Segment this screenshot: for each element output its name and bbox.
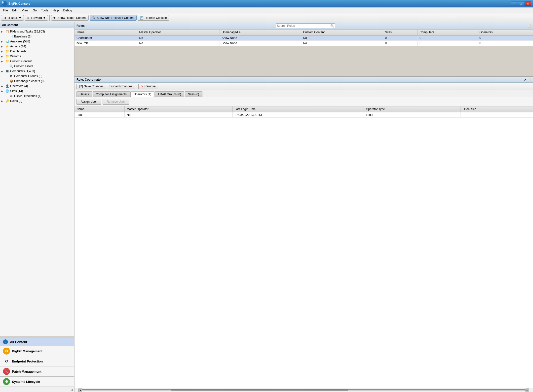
ldap-icon: 🗂 — [9, 94, 13, 98]
tree-label-baselines: Baselines (1) — [14, 35, 32, 38]
nav-endpoint-protection[interactable]: 🛡 Endpoint Protection — [0, 356, 74, 366]
tab-computer-assignments[interactable]: Computer Assignments — [93, 91, 130, 97]
menu-debug[interactable]: Debug — [61, 8, 74, 13]
tree-item-custom-content[interactable]: ▶ 📁 Custom Content — [0, 59, 74, 64]
roles-panel-header: Roles 🔍 ⬜ — [75, 22, 533, 30]
right-panel: Roles 🔍 ⬜ Name Master Operator Unmanaged… — [75, 22, 533, 392]
toolbar-separator-1 — [49, 15, 50, 21]
tree-item-unmanaged-assets[interactable]: 📦 Unmanaged Assets (0) — [0, 79, 74, 84]
actions-icon: ⚡ — [5, 44, 9, 48]
tree-item-baselines[interactable]: 📄 Baselines (1) — [0, 34, 74, 39]
patch-management-icon: 🔧 — [3, 368, 10, 375]
show-hidden-button[interactable]: 👁 Show Hidden Content — [51, 15, 89, 21]
tree-item-sites[interactable]: ▶ 🌐 Sites (14) — [0, 89, 74, 94]
tree-item-ldap-directories[interactable]: 🗂 LDAP Directories (1) — [0, 94, 74, 98]
roles-table: Name Master Operator Unmanaged A... Cust… — [75, 30, 533, 76]
tree-toggle[interactable]: ▶ — [1, 100, 5, 102]
op-row-name: Paul — [75, 112, 125, 118]
tree-toggle[interactable]: ▶ — [1, 70, 5, 73]
menu-edit[interactable]: Edit — [10, 8, 19, 13]
save-changes-button[interactable]: 💾 Save Changes — [76, 84, 106, 89]
tree-item-roles[interactable]: ▶ 🔑 Roles (2) — [0, 98, 74, 103]
roles-row-coordinator[interactable]: Coordinator No Show None No 0 0 0 — [75, 35, 533, 41]
search-box[interactable]: 🔍 — [276, 23, 335, 28]
maximize-button[interactable]: □ — [518, 1, 524, 6]
back-icon: ◄ — [3, 16, 6, 20]
remove-label: Remove — [145, 85, 156, 88]
show-non-relevant-button[interactable]: 🔍 Show Non-Relevant Content — [90, 15, 137, 21]
nav-systems-lifecycle[interactable]: ⚙ Systems Lifecycle — [0, 377, 74, 387]
remove-user-button[interactable]: Remove User — [103, 99, 129, 105]
forward-button[interactable]: ► Forward ▼ — [25, 15, 48, 21]
minimize-button[interactable]: ─ — [511, 1, 517, 6]
tree-toggle[interactable]: ▶ — [1, 60, 5, 63]
tree-toggle[interactable]: ▶ — [1, 50, 5, 53]
expand-more-icon[interactable]: » — [71, 388, 73, 392]
op-col-master-operator: Master Operator — [125, 106, 232, 112]
back-button[interactable]: ◄ ◄ Back ▼ — [1, 15, 24, 21]
discard-changes-button[interactable]: Discard Changes — [107, 84, 135, 89]
maximize-detail-icon[interactable]: ⬜ — [527, 78, 531, 81]
tab-details[interactable]: Details — [76, 91, 92, 97]
nav-systems-lifecycle-label: Systems Lifecycle — [12, 380, 40, 384]
tree-label-wizards: Wizards — [10, 55, 21, 58]
app-title: BigFix Console — [8, 2, 30, 5]
col-custom-content: Custom Content — [301, 30, 383, 35]
scroll-right-button[interactable]: ► — [526, 389, 529, 392]
tree-toggle[interactable]: ▶ — [1, 40, 5, 43]
remove-button[interactable]: ✕ Remove — [138, 84, 158, 89]
detail-panel: Role: Coordinator ↗ ⬜ 💾 Save Changes Dis… — [75, 77, 533, 392]
tab-ldap-groups[interactable]: LDAP Groups (0) — [155, 91, 184, 97]
col-master-operator: Master Operator — [137, 30, 220, 35]
tree-item-dashboards[interactable]: ▶ 📁 Dashboards — [0, 49, 74, 54]
refresh-button[interactable]: 🔄 Refresh Console — [138, 15, 169, 21]
roles-row-name: Coordinator — [75, 35, 137, 41]
tree-item-analyses[interactable]: ▶ 📊 Analyses (586) — [0, 39, 74, 44]
tree-toggle[interactable]: ▶ — [1, 55, 5, 58]
tree-item-custom-filters[interactable]: 🔍 Custom Filters — [0, 64, 74, 69]
tree-label-operators: Operators (4) — [10, 84, 28, 88]
close-button[interactable]: ✕ — [525, 1, 531, 6]
scroll-left-button[interactable]: ◄ — [78, 389, 82, 392]
menu-go[interactable]: Go — [31, 8, 39, 13]
tree-label-computers: Computers (1,433) — [10, 69, 35, 73]
search-roles-input[interactable] — [277, 24, 330, 28]
menu-view[interactable]: View — [20, 8, 30, 13]
back-dropdown-icon[interactable]: ▼ — [19, 16, 22, 20]
tree-toggle[interactable]: ▶ — [1, 45, 5, 48]
detach-icon[interactable]: ↗ — [524, 78, 526, 81]
forward-dropdown-icon[interactable]: ▼ — [43, 16, 46, 20]
maximize-roles-icon[interactable]: ⬜ — [527, 24, 531, 28]
scrollbar-thumb[interactable] — [171, 390, 348, 391]
nav-bigfix-management[interactable]: ⚙ BigFix Management — [0, 346, 74, 356]
horizontal-scrollbar: ◄ ► — [75, 388, 533, 392]
tree-item-fixlets[interactable]: ▶ 📋 Fixlets and Tasks (15,803) — [0, 29, 74, 34]
roles-row-new-role[interactable]: new_role No Show None No 0 0 0 — [75, 41, 533, 46]
tree-item-operators[interactable]: ▶ 👤 Operators (4) — [0, 84, 74, 89]
tree-item-computer-groups[interactable]: 🖥 Computer Groups (0) — [0, 74, 74, 79]
nav-all-content[interactable]: B All Content — [0, 338, 74, 346]
remove-icon: ✕ — [141, 85, 144, 88]
tree-toggle[interactable]: ▶ — [1, 30, 5, 33]
tree-toggle[interactable]: ▶ — [1, 85, 5, 88]
systems-lifecycle-icon: ⚙ — [3, 378, 10, 385]
menu-file[interactable]: File — [1, 8, 10, 13]
tree-toggle[interactable]: ▶ — [1, 90, 5, 93]
nav-patch-management[interactable]: 🔧 Patch Management — [0, 366, 74, 377]
tree-item-actions[interactable]: ▶ ⚡ Actions (14) — [0, 44, 74, 49]
endpoint-protection-icon: 🛡 — [3, 358, 10, 365]
roles-row-master-op: No — [137, 41, 220, 46]
scrollbar-track[interactable] — [82, 389, 526, 391]
roles-row-custom: No — [301, 35, 383, 41]
assign-user-button[interactable]: Assign User — [76, 99, 101, 105]
tab-operators[interactable]: Operators (1) — [130, 91, 154, 97]
tab-sites[interactable]: Sites (0) — [185, 91, 202, 97]
col-name: Name — [75, 30, 137, 35]
tree-label-custom-filters: Custom Filters — [14, 65, 33, 68]
detail-toolbar: 💾 Save Changes Discard Changes ✕ Remove — [75, 83, 533, 90]
tree-item-computers[interactable]: ▶ 💻 Computers (1,433) — [0, 69, 74, 74]
operator-row-paul[interactable]: Paul No 27/03/2020 13:27:13 Local — [75, 112, 533, 118]
menu-help[interactable]: Help — [51, 8, 61, 13]
tree-item-wizards[interactable]: ▶ 📁 Wizards — [0, 54, 74, 59]
menu-tools[interactable]: Tools — [39, 8, 50, 13]
